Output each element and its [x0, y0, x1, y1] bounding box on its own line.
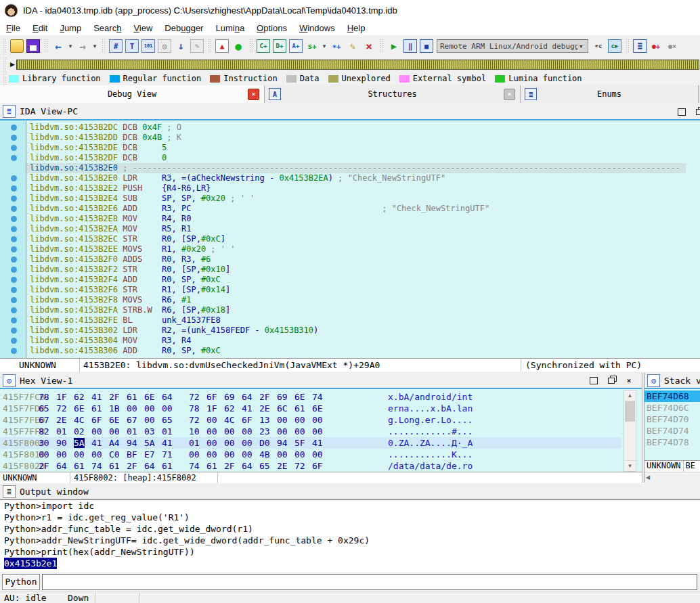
breakpoint-dot[interactable]	[11, 348, 17, 354]
tab-structures[interactable]: AStructures×	[265, 85, 521, 103]
run-until-return-icon[interactable]: c▶	[608, 39, 621, 53]
disassembly-line[interactable]: libdvm.so:4153B2E0 ; -------------------…	[0, 163, 700, 173]
navigation-band[interactable]	[16, 60, 699, 70]
tab-enums[interactable]: ≣Enums	[521, 85, 699, 103]
disassembly-line[interactable]: libdvm.so:4153B2E8 MOV R4, R0	[0, 214, 700, 224]
scroll-left-icon[interactable]: ◀	[646, 474, 650, 481]
add-breakpoint-icon[interactable]: ●+	[649, 39, 663, 53]
nav-back-caret-icon[interactable]: ▾	[67, 43, 74, 49]
stack-row[interactable]: BEF74D70	[644, 414, 700, 425]
python-command-input[interactable]	[42, 574, 697, 590]
menu-jump[interactable]: Jump	[53, 22, 87, 35]
maximize-icon[interactable]	[676, 106, 688, 117]
disassembly-line[interactable]: libdvm.so:4153B2E2 PUSH {R4-R6,LR}	[0, 183, 700, 194]
delete-breakpoint-icon[interactable]: ●×	[665, 39, 679, 53]
toolbar-grip[interactable]	[249, 39, 253, 53]
hex-row[interactable]: 415F7FE0672E4C6F6E67006572004C6F13000000…	[0, 414, 621, 426]
lock-highlight-icon[interactable]: ✎	[190, 39, 204, 53]
disassembly-line[interactable]: libdvm.so:4153B2FE BL unk_41537FE8	[0, 315, 700, 326]
breakpoint-dot[interactable]	[11, 317, 17, 323]
breakpoint-dot[interactable]	[11, 307, 17, 313]
output-log[interactable]: Python>import idcPython>r1 = idc.get_reg…	[0, 500, 700, 573]
hex-row[interactable]: 415F7FF082010200000103011000000023000000…	[0, 426, 621, 437]
disassembly-line[interactable]: libdvm.so:4153B2F4 ADD R0, SP, #0xC	[0, 275, 700, 285]
problems-list-icon[interactable]: ▲	[215, 39, 229, 53]
breakpoint-dot[interactable]	[11, 246, 17, 252]
hex-float-icon[interactable]	[605, 375, 617, 386]
disassembly-line[interactable]: libdvm.so:4153B2E0 LDR R3, =(aCheckNewst…	[0, 173, 700, 183]
nav-forward-caret-icon[interactable]: ▾	[91, 43, 98, 49]
tab-close-icon[interactable]: ×	[248, 89, 259, 100]
create-name-icon[interactable]: A+	[289, 39, 303, 53]
breakpoint-dot[interactable]	[11, 338, 17, 344]
toolbar-grip[interactable]	[626, 39, 629, 53]
breakpoint-dot[interactable]	[11, 175, 17, 181]
hex-row[interactable]: 415F800030905A41A4945A4101000000D0945F41…	[0, 437, 621, 449]
debugger-select-caret-icon[interactable]: ▾	[578, 42, 584, 51]
stack-row[interactable]: BEF74D74	[644, 425, 700, 437]
tab-debug-view[interactable]: Debug View×	[0, 85, 265, 103]
disassembly-line[interactable]: libdvm.so:4153B2EA MOV R5, R1	[0, 224, 700, 234]
navband-grip[interactable]	[3, 57, 6, 72]
disassembly-line[interactable]: libdvm.so:4153B2DE DCB 5	[0, 143, 700, 153]
hex-row[interactable]: 415F7FC0781F62412F616E64726F69642F696E74…	[0, 391, 621, 403]
stack-hscrollbar[interactable]: ◀	[644, 472, 700, 483]
breakpoint-dot[interactable]	[11, 206, 17, 212]
disassembly-line[interactable]: libdvm.so:4153B306 ADD R0, SP, #0xC	[0, 346, 700, 356]
breakpoint-dot[interactable]	[11, 328, 17, 334]
disassembly-line[interactable]: libdvm.so:4153B2EC STR R0, [SP,#0xC]	[0, 234, 700, 244]
disassembly-line[interactable]: libdvm.so:4153B2FA STRB.W R6, [SP,#0x18]	[0, 305, 700, 315]
create-data-icon[interactable]: D+	[273, 39, 286, 53]
start-process-icon[interactable]: ▶	[387, 39, 401, 53]
hex-scrollbar[interactable]: ▲ ▼	[624, 390, 636, 472]
breakpoint-dot[interactable]	[11, 185, 17, 192]
breakpoint-dot[interactable]	[11, 256, 17, 263]
output-window-header[interactable]: ≣ Output window	[0, 484, 700, 500]
find-text-icon[interactable]: T	[125, 39, 139, 53]
float-icon[interactable]	[693, 106, 700, 117]
find-next-icon[interactable]: ◎	[158, 39, 171, 53]
toolbar-grip[interactable]	[208, 39, 211, 53]
stack-row[interactable]: BEF74D68	[644, 390, 700, 402]
legend-grip[interactable]	[3, 71, 6, 86]
disassembly-line[interactable]: libdvm.so:4153B2E6 ADD R3, PC ; "Check_N…	[0, 204, 700, 214]
create-string-icon[interactable]: s+	[305, 39, 319, 53]
python-interpreter-button[interactable]: Python	[2, 574, 40, 590]
hex-byte[interactable]: 5A	[74, 437, 91, 449]
stack-view-header[interactable]: ◎ Stack vi	[644, 373, 700, 388]
stop-process-icon[interactable]: ■	[420, 39, 433, 53]
create-struct-icon[interactable]: ∗+	[330, 39, 343, 53]
menu-options[interactable]: Options	[250, 22, 293, 35]
hex-row[interactable]: 415F7FD065726E611B000000781F62412E6C616E…	[0, 403, 621, 414]
menu-search[interactable]: Search	[87, 22, 127, 35]
breakpoint-dot[interactable]	[11, 135, 17, 141]
disassembly-line[interactable]: libdvm.so:4153B2F6 STR R1, [SP,#0x14]	[0, 285, 700, 295]
string-caret-icon[interactable]: ▾	[321, 43, 328, 49]
ida-view-header[interactable]: ≣ IDA View-PC	[0, 103, 700, 119]
menu-edit[interactable]: Edit	[26, 22, 53, 35]
breakpoint-dot[interactable]	[11, 196, 17, 202]
breakpoint-dot[interactable]	[11, 145, 17, 151]
jump-address-icon[interactable]: ↓	[174, 39, 188, 53]
open-file-icon[interactable]	[10, 39, 24, 53]
toolbar-grip[interactable]	[102, 39, 105, 53]
stack-row[interactable]: BEF74D6C	[644, 402, 700, 414]
disassembly-line[interactable]: libdvm.so:4153B304 MOV R3, R4	[0, 336, 700, 346]
hex-dump[interactable]: 415F7FC0781F62412F616E64726F69642F696E74…	[0, 391, 621, 472]
toolbar-grip[interactable]	[380, 39, 383, 53]
disassembly-line[interactable]: libdvm.so:4153B2F8 MOVS R6, #1	[0, 295, 700, 305]
run-status-icon[interactable]: ●	[232, 39, 245, 53]
breakpoint-dot[interactable]	[11, 155, 17, 161]
hex-close-icon[interactable]: ×	[623, 375, 635, 386]
menu-debugger[interactable]: Debugger	[158, 22, 209, 35]
disassembly-line[interactable]: libdvm.so:4153B302 LDR R2, =(unk_4158FED…	[0, 326, 700, 336]
hex-view-header[interactable]: ◎ Hex View-1 ×	[0, 373, 642, 388]
menu-help[interactable]: Help	[341, 22, 372, 35]
hex-row[interactable]: 415F80202F646174612F646174612F64652E726F…	[0, 460, 621, 472]
breakpoint-dot[interactable]	[11, 226, 17, 232]
find-binary-icon[interactable]: 101	[141, 39, 155, 53]
open-views-icon[interactable]: ≣	[633, 39, 647, 53]
toolbar-grip[interactable]	[44, 39, 47, 53]
navband-arrow-icon[interactable]: ▶	[10, 61, 15, 68]
nav-back-icon[interactable]: ←	[51, 39, 65, 53]
